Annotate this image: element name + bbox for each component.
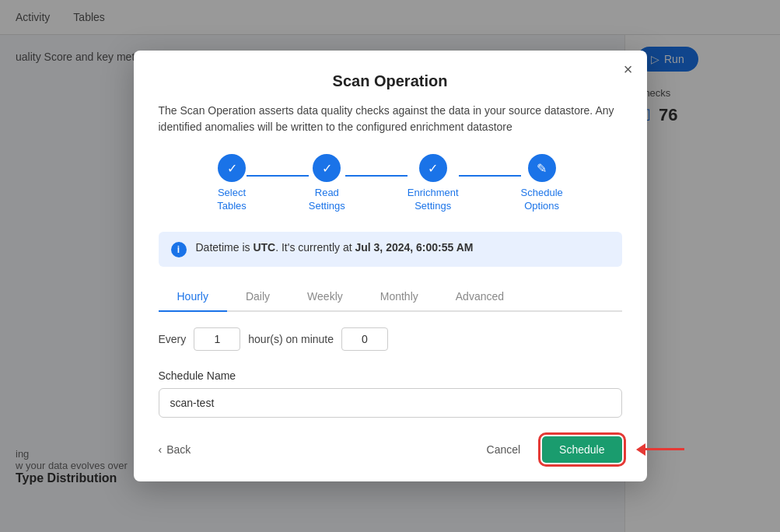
schedule-button[interactable]: Schedule xyxy=(542,436,621,463)
info-text: Datetime is UTC. It's currently at Jul 3… xyxy=(196,241,474,254)
arrow-head-icon xyxy=(636,443,645,456)
back-label: Back xyxy=(166,443,191,456)
close-button[interactable]: × xyxy=(624,61,633,77)
minute-input[interactable] xyxy=(341,327,388,351)
on-minute-label: hour(s) on minute xyxy=(248,333,334,345)
step-schedule-options-label: ScheduleOptions xyxy=(521,187,563,213)
step-select-tables-icon: ✓ xyxy=(218,154,246,182)
cancel-button[interactable]: Cancel xyxy=(474,437,533,462)
datetime-suffix: . It's currently at xyxy=(275,241,355,254)
step-connector-1 xyxy=(247,175,309,177)
info-box: i Datetime is UTC. It's currently at Jul… xyxy=(159,232,622,267)
schedule-btn-wrapper: Schedule xyxy=(542,436,621,463)
datetime-prefix: Datetime is xyxy=(196,241,254,254)
tab-monthly[interactable]: Monthly xyxy=(362,282,437,312)
tab-advanced[interactable]: Advanced xyxy=(437,282,523,312)
step-read-settings-icon: ✓ xyxy=(313,154,341,182)
modal-overlay: × Scan Operation The Scan Operation asse… xyxy=(0,0,780,532)
footer-right: Cancel Schedule xyxy=(474,436,622,463)
timezone: UTC xyxy=(253,241,275,254)
step-enrichment-settings-icon: ✓ xyxy=(419,154,447,182)
step-select-tables: ✓ SelectTables xyxy=(217,154,247,213)
info-icon: i xyxy=(171,242,187,257)
step-connector-3 xyxy=(459,175,521,177)
arrow-line xyxy=(645,448,684,450)
step-select-tables-label: SelectTables xyxy=(217,187,247,213)
schedule-name-field: Schedule Name xyxy=(159,369,622,418)
modal-description: The Scan Operation asserts data quality … xyxy=(159,103,622,135)
schedule-name-input[interactable] xyxy=(159,388,622,418)
current-time: Jul 3, 2024, 6:00:55 AM xyxy=(355,241,473,254)
step-schedule-options: ✎ ScheduleOptions xyxy=(521,154,563,213)
step-enrichment-settings-label: EnrichmentSettings xyxy=(407,187,459,213)
modal-footer: ‹ Back Cancel Schedule xyxy=(159,436,622,463)
tab-weekly[interactable]: Weekly xyxy=(289,282,362,312)
every-label: Every xyxy=(159,333,187,345)
tab-daily[interactable]: Daily xyxy=(227,282,289,312)
tab-hourly[interactable]: Hourly xyxy=(159,282,227,312)
step-connector-2 xyxy=(345,175,407,177)
back-chevron-icon: ‹ xyxy=(159,443,163,456)
step-enrichment-settings: ✓ EnrichmentSettings xyxy=(407,154,459,213)
steps-indicator: ✓ SelectTables ✓ ReadSettings ✓ Enrichme… xyxy=(159,154,622,213)
step-read-settings: ✓ ReadSettings xyxy=(309,154,345,213)
step-schedule-options-icon: ✎ xyxy=(528,154,556,182)
arrow-indicator xyxy=(636,443,684,456)
back-button[interactable]: ‹ Back xyxy=(159,443,191,456)
hours-input[interactable] xyxy=(194,327,240,351)
hourly-settings: Every hour(s) on minute xyxy=(159,327,622,351)
schedule-tabs: Hourly Daily Weekly Monthly Advanced xyxy=(159,282,622,312)
schedule-name-label: Schedule Name xyxy=(159,369,622,382)
modal-title: Scan Operation xyxy=(159,72,622,90)
step-read-settings-label: ReadSettings xyxy=(309,187,345,213)
scan-operation-modal: × Scan Operation The Scan Operation asse… xyxy=(134,51,647,481)
